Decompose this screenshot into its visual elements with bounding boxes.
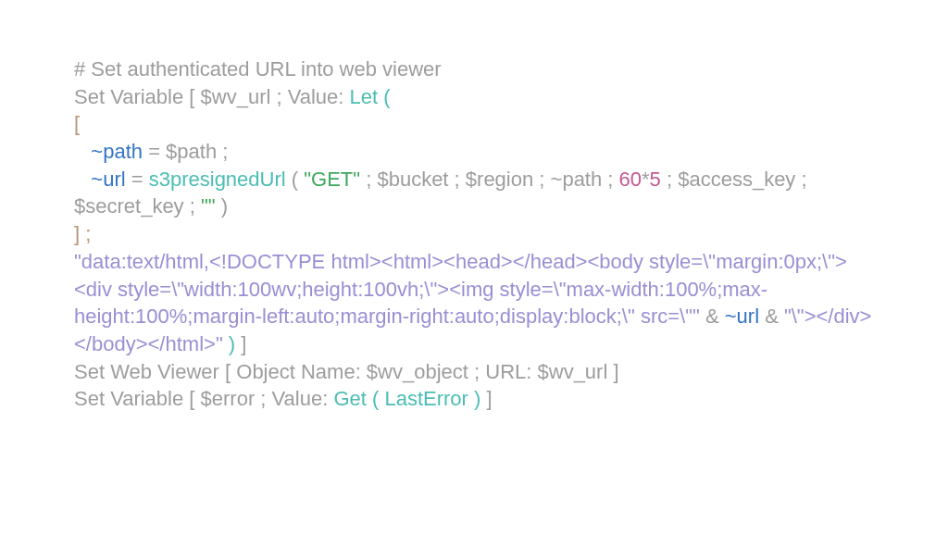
set-variable-wvurl-prefix: Set Variable [ $wv_url ; Value:: [74, 85, 350, 108]
set-web-viewer-line: Set Web Viewer [ Object Name: $wv_object…: [74, 360, 619, 383]
num-5: 5: [650, 168, 661, 191]
func-s3presignedurl: s3presignedUrl: [149, 168, 286, 191]
get-string: "GET": [304, 168, 360, 191]
let-keyword: Let (: [350, 85, 391, 108]
code-snippet: # Set authenticated URL into web viewer …: [74, 56, 874, 413]
tilde-path: ~path: [91, 140, 143, 163]
tilde-url: ~url: [91, 168, 125, 191]
comment-line: # Set authenticated URL into web viewer: [74, 57, 442, 81]
bracket-open: [: [74, 112, 80, 135]
num-60: 60: [619, 168, 642, 191]
tilde-url-2: ~url: [725, 305, 759, 328]
bracket-close-semi: ] ;: [74, 222, 91, 245]
empty-string: "": [201, 194, 216, 218]
eq-path: = $path ;: [143, 140, 228, 163]
get-lasterror: Get ( LastError ): [333, 387, 480, 410]
set-variable-error-prefix: Set Variable [ $error ; Value:: [74, 387, 333, 410]
